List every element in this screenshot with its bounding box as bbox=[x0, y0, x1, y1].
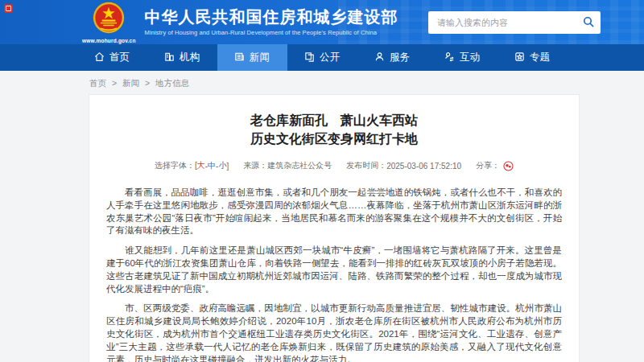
article-meta: 选择字体：[大-中-小] 来源：建筑杂志社公众号 发布时间：2025-03-06… bbox=[106, 160, 562, 171]
main-nav: 首页 机构 新闻 公开 bbox=[0, 44, 644, 71]
site-header: www.mohurd.gov.cn 中华人民共和国住房和城乡建设部 Minist… bbox=[0, 0, 644, 44]
article-body: 看看画展，品品咖啡，逛逛创意市集，或者和几个朋友一起尝尝地道的铁锅炖，或者什么也… bbox=[106, 187, 562, 362]
site-brand[interactable]: www.mohurd.gov.cn 中华人民共和国住房和城乡建设部 Minist… bbox=[82, 2, 398, 43]
nav-item-topics[interactable]: 专题 bbox=[497, 44, 568, 71]
article-title: 老仓库新面孔 萧山火车西站 历史文化街区变身网红打卡地 bbox=[106, 111, 562, 148]
home-icon bbox=[94, 51, 105, 64]
nav-item-disclosure[interactable]: 公开 bbox=[287, 44, 357, 71]
search-input[interactable] bbox=[428, 18, 576, 27]
site-url: www.mohurd.gov.cn bbox=[82, 38, 136, 43]
nav-item-interaction[interactable]: 互动 bbox=[427, 44, 497, 71]
newspaper-icon bbox=[234, 51, 245, 64]
article-paragraph: 市、区两级党委、政府高瞻远瞩，因地制宜，以城市更新行动高质量推进宜居、韧性城市建… bbox=[106, 302, 562, 362]
font-size-selector: 选择字体：[大-中-小] bbox=[155, 160, 229, 171]
person-icon bbox=[374, 51, 385, 64]
wechat-share-icon[interactable] bbox=[503, 161, 514, 171]
nav-item-news[interactable]: 新闻 bbox=[217, 44, 287, 71]
site-title-en: Ministry of Housing and Urban-Rural Deve… bbox=[145, 29, 398, 36]
interaction-icon bbox=[444, 51, 455, 64]
star-box-icon bbox=[514, 51, 525, 64]
publish-time: 发布时间：2025-03-06 17:52:10 bbox=[346, 160, 461, 171]
corner-logo-icon bbox=[4, 4, 13, 13]
breadcrumb-home[interactable]: 首页 bbox=[89, 78, 106, 88]
nav-item-services[interactable]: 服务 bbox=[357, 44, 427, 71]
breadcrumb-news[interactable]: 新闻 bbox=[122, 78, 139, 88]
article-paragraph: 看看画展，品品咖啡，逛逛创意市集，或者和几个朋友一起尝尝地道的铁锅炖，或者什么也… bbox=[106, 187, 562, 237]
search-box bbox=[428, 11, 601, 34]
share-group: 分享： bbox=[476, 160, 514, 171]
article-source: 来源：建筑杂志社公众号 bbox=[243, 160, 332, 171]
search-button[interactable] bbox=[576, 11, 601, 34]
nav-item-organization[interactable]: 机构 bbox=[147, 44, 217, 71]
font-size-medium[interactable]: 中 bbox=[208, 160, 216, 171]
nav-item-home[interactable]: 首页 bbox=[77, 44, 147, 71]
national-emblem-icon bbox=[93, 2, 125, 37]
breadcrumb-separator: > bbox=[112, 78, 117, 88]
article-card: 老仓库新面孔 萧山火车西站 历史文化街区变身网红打卡地 选择字体：[大-中-小]… bbox=[89, 94, 580, 362]
breadcrumb-separator: > bbox=[145, 78, 150, 88]
building-icon bbox=[164, 51, 175, 64]
search-icon bbox=[583, 16, 594, 30]
font-size-small[interactable]: 小 bbox=[218, 160, 226, 171]
breadcrumb: 首页 > 新闻 > 地方信息 bbox=[89, 77, 644, 88]
article-paragraph: 谁又能想到，几年前这里还是萧山城区西郊一块城市“牛皮癣”，一堵围墙将它与萧杭路隔… bbox=[106, 245, 562, 295]
site-title: 中华人民共和国住房和城乡建设部 bbox=[145, 8, 398, 27]
documents-icon bbox=[304, 51, 315, 64]
breadcrumb-local-info[interactable]: 地方信息 bbox=[155, 78, 189, 88]
font-size-large[interactable]: 大 bbox=[197, 160, 205, 171]
